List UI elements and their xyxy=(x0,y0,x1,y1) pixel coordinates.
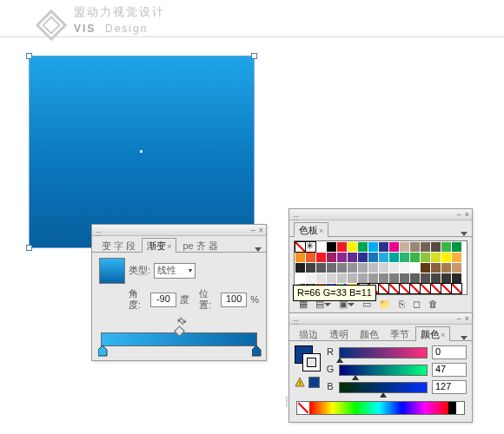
swatch-cell[interactable] xyxy=(327,242,336,252)
swatch-cell[interactable] xyxy=(337,242,347,252)
tab-align[interactable]: pe 齐 器 xyxy=(177,238,222,253)
swatch-cell[interactable] xyxy=(431,284,441,293)
fill-stroke-proxy[interactable] xyxy=(295,345,321,372)
new-icon[interactable]: ◻ xyxy=(413,299,421,310)
panel-minimize-icon[interactable]: – xyxy=(457,210,461,220)
swatch-cell[interactable] xyxy=(358,273,368,283)
swatch-cell[interactable] xyxy=(368,253,378,262)
swatch-cell[interactable] xyxy=(431,263,441,273)
resize-handle[interactable] xyxy=(26,53,32,59)
channel-slider[interactable] xyxy=(339,365,428,376)
swatch-cell[interactable] xyxy=(379,242,388,252)
swatch-cell[interactable] xyxy=(327,263,336,273)
swatch-cell[interactable] xyxy=(441,273,451,283)
swatch-cell[interactable] xyxy=(421,284,430,293)
channel-slider[interactable] xyxy=(339,382,428,393)
swatch-cell[interactable] xyxy=(421,263,430,273)
panel-close-icon[interactable]: × xyxy=(465,314,469,324)
swatch-cell[interactable] xyxy=(316,273,326,283)
panel-close-icon[interactable]: × xyxy=(259,226,263,235)
black-white-ramp[interactable] xyxy=(448,402,464,414)
swatch-cell[interactable] xyxy=(400,263,409,273)
swatch-cell[interactable] xyxy=(421,242,430,252)
gradient-preview-swatch[interactable] xyxy=(99,258,125,284)
hue-ramp[interactable] xyxy=(309,402,448,414)
stroke-color-box[interactable] xyxy=(302,353,321,372)
swatch-cell[interactable] xyxy=(389,253,399,262)
swatch-cell[interactable] xyxy=(400,253,409,262)
swatch-cell[interactable] xyxy=(295,263,305,273)
gradient-stop-end[interactable] xyxy=(252,345,260,355)
trash-icon[interactable]: 🗑 xyxy=(428,299,438,310)
swatch-cell[interactable] xyxy=(316,253,326,262)
swatch-cell[interactable] xyxy=(295,242,305,252)
swatch-cell[interactable] xyxy=(327,253,336,262)
swatch-cell[interactable] xyxy=(431,242,441,252)
swatch-cell[interactable] xyxy=(348,242,357,252)
panel-minimize-icon[interactable]: – xyxy=(251,226,255,235)
swatch-cell[interactable] xyxy=(389,284,399,293)
tab-gradient[interactable]: 渐变× xyxy=(142,238,176,253)
swatch-cell[interactable] xyxy=(348,253,357,262)
swatch-cell[interactable] xyxy=(410,253,420,262)
swatch-cell[interactable] xyxy=(368,273,378,283)
swatch-cell[interactable] xyxy=(316,263,326,273)
swatch-cell[interactable] xyxy=(389,273,399,283)
resize-handle[interactable] xyxy=(26,245,32,251)
panel-titlebar[interactable]: :::: – × xyxy=(289,313,472,325)
panel-menu-icon[interactable] xyxy=(255,247,262,252)
swatch-cell[interactable] xyxy=(441,284,451,293)
new-folder-icon[interactable]: 📁 xyxy=(379,299,391,310)
swatch-cell[interactable] xyxy=(316,242,326,252)
swatch-cell[interactable] xyxy=(379,253,388,262)
swatch-cell[interactable] xyxy=(441,242,451,252)
out-of-gamut-icon[interactable]: ! xyxy=(295,377,305,387)
swatch-cell[interactable] xyxy=(452,263,461,273)
swatch-cell[interactable] xyxy=(400,242,409,252)
tab-season[interactable]: 季节 xyxy=(385,326,414,341)
tab-stroke[interactable]: 描边 xyxy=(294,326,323,341)
swatch-cell[interactable] xyxy=(306,273,315,283)
tab-swatches[interactable]: 色板× xyxy=(294,222,328,237)
swatch-cell[interactable] xyxy=(327,273,336,283)
tab-color-guide[interactable]: 颜色 xyxy=(355,326,384,341)
swatch-cell[interactable] xyxy=(306,242,315,252)
swatch-cell[interactable] xyxy=(452,253,461,262)
swatch-cell[interactable] xyxy=(452,242,461,252)
panel-menu-icon[interactable] xyxy=(461,232,468,236)
canvas-selected-rect[interactable] xyxy=(29,56,255,248)
swatch-cell[interactable] xyxy=(400,284,409,293)
swatch-cell[interactable] xyxy=(348,263,357,273)
panel-titlebar[interactable]: :::: – × xyxy=(289,209,472,220)
swatch-cell[interactable] xyxy=(421,253,430,262)
swatch-cell[interactable] xyxy=(389,263,399,273)
slider-thumb[interactable] xyxy=(380,392,387,398)
tab-close-icon[interactable]: × xyxy=(319,227,323,235)
swatch-cell[interactable] xyxy=(337,273,347,283)
color-spectrum[interactable] xyxy=(296,401,465,415)
tab-close-icon[interactable]: × xyxy=(441,331,445,339)
channel-value-input[interactable]: 0 xyxy=(432,345,467,359)
swatch-cell[interactable] xyxy=(379,284,388,293)
tab-transparency[interactable]: 透明 xyxy=(324,326,354,341)
panel-minimize-icon[interactable]: – xyxy=(457,314,461,324)
swatch-cell[interactable] xyxy=(306,253,315,262)
panel-menu-icon[interactable] xyxy=(461,336,468,340)
panel-close-icon[interactable]: × xyxy=(465,210,469,220)
swatch-cell[interactable] xyxy=(421,273,430,283)
swatch-cell[interactable] xyxy=(410,263,420,273)
angle-input[interactable]: -90 xyxy=(150,293,176,307)
swatch-cell[interactable] xyxy=(358,253,368,262)
panel-titlebar[interactable]: :::: – × xyxy=(92,225,266,236)
swatch-cell[interactable] xyxy=(337,263,347,273)
swatch-cell[interactable] xyxy=(368,242,378,252)
swatch-cell[interactable] xyxy=(441,263,451,273)
swatch-cell[interactable] xyxy=(452,284,461,293)
slider-thumb[interactable] xyxy=(336,358,343,363)
swatch-cell[interactable] xyxy=(379,273,388,283)
position-input[interactable]: 100 xyxy=(221,293,247,307)
swatch-cell[interactable] xyxy=(410,273,420,283)
swatch-cell[interactable] xyxy=(452,273,461,283)
gradient-ramp[interactable] xyxy=(101,332,257,352)
swatch-cell[interactable] xyxy=(389,242,399,252)
